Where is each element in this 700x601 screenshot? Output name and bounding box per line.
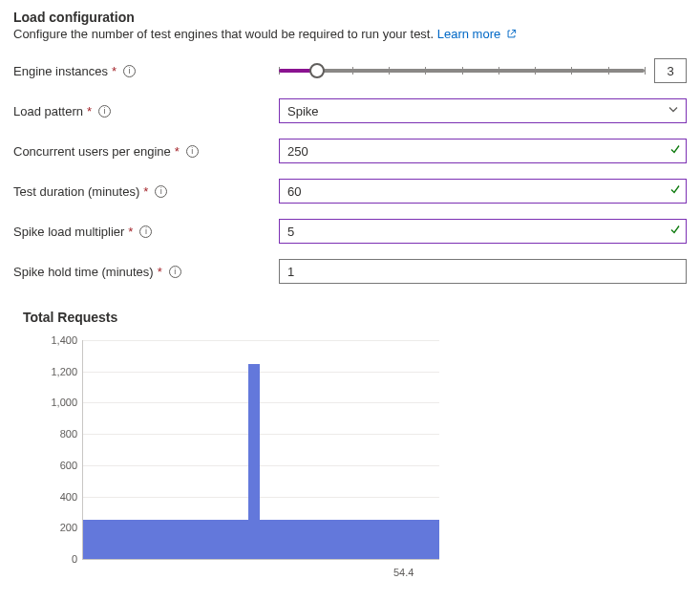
- slider-track-base: [279, 69, 645, 73]
- chart-baseline-bar: [83, 520, 439, 559]
- y-axis-tick: 1,400: [30, 334, 77, 346]
- subtitle-text: Configure the number of test engines tha…: [13, 27, 434, 41]
- y-axis-tick: 1,000: [30, 397, 77, 408]
- engine-instances-slider[interactable]: [279, 61, 645, 80]
- spike-multiplier-label: Spike load multiplier: [13, 225, 124, 239]
- engine-instances-value[interactable]: [654, 58, 687, 83]
- y-axis-tick: 200: [30, 522, 77, 533]
- required-asterisk: *: [175, 144, 180, 159]
- learn-more-link[interactable]: Learn more: [437, 27, 517, 41]
- load-pattern-select[interactable]: [279, 98, 687, 123]
- section-subtitle: Configure the number of test engines tha…: [13, 27, 687, 42]
- test-duration-input[interactable]: [279, 179, 687, 204]
- required-asterisk: *: [143, 184, 148, 199]
- info-icon[interactable]: i: [98, 105, 111, 118]
- test-duration-label: Test duration (minutes): [13, 184, 139, 199]
- required-asterisk: *: [158, 265, 162, 279]
- info-icon[interactable]: i: [169, 266, 181, 278]
- chart-title: Total Requests: [23, 310, 687, 325]
- info-icon[interactable]: i: [155, 185, 167, 198]
- info-icon[interactable]: i: [186, 145, 199, 158]
- spike-multiplier-input[interactable]: [279, 219, 687, 244]
- required-asterisk: *: [128, 225, 133, 239]
- y-axis-tick: 1,200: [30, 366, 77, 377]
- spike-hold-input[interactable]: [279, 259, 687, 284]
- y-axis-tick: 400: [30, 491, 77, 503]
- total-requests-chart: 02004006008001,0001,2001,40054.4: [29, 340, 439, 560]
- slider-thumb[interactable]: [309, 63, 325, 78]
- y-axis-tick: 800: [30, 428, 77, 440]
- required-asterisk: *: [87, 104, 92, 118]
- y-axis-tick: 0: [30, 553, 77, 565]
- section-title: Load configuration: [13, 10, 687, 25]
- engine-instances-label: Engine instances: [13, 64, 108, 78]
- concurrent-users-label: Concurrent users per engine: [13, 144, 171, 159]
- info-icon[interactable]: i: [123, 65, 136, 77]
- learn-more-text: Learn more: [437, 27, 500, 41]
- spike-hold-label: Spike hold time (minutes): [13, 265, 154, 279]
- info-icon[interactable]: i: [139, 225, 152, 238]
- y-axis-tick: 600: [30, 460, 77, 471]
- chart-spike-bar: [248, 364, 260, 559]
- load-pattern-label: Load pattern: [13, 104, 83, 118]
- concurrent-users-input[interactable]: [279, 139, 687, 163]
- required-asterisk: *: [112, 64, 117, 78]
- external-link-icon: [506, 28, 517, 42]
- x-axis-tick: 54.4: [393, 567, 414, 578]
